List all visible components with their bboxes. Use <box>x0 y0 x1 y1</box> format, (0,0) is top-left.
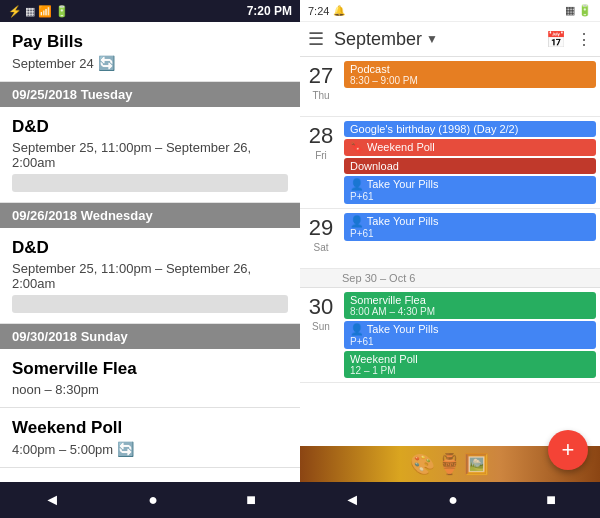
toolbar-title[interactable]: September ▼ <box>334 29 546 50</box>
event-pay-bills[interactable]: Pay Bills September 24 🔄 <box>0 22 300 82</box>
dd2-placeholder <box>12 295 288 313</box>
day-number-col-28: 28 Fri <box>300 117 342 208</box>
day-30-name: Sun <box>312 321 330 332</box>
dd2-time: September 25, 11:00pm – September 26, 2:… <box>12 261 288 291</box>
event-somerville-flea-30[interactable]: Somerville Flea 8:00 AM – 4:30 PM <box>344 292 596 319</box>
date-header-sep30: 09/30/2018 Sunday <box>0 324 300 349</box>
event-weekend-poll[interactable]: Weekend Poll 4:00pm – 5:00pm 🔄 <box>0 408 300 468</box>
weekend-poll-30-label: Weekend Poll <box>350 353 590 365</box>
dd1-placeholder <box>12 174 288 192</box>
day-27-name: Thu <box>312 90 329 101</box>
week-separator: Sep 30 – Oct 6 <box>300 269 600 288</box>
recent-button[interactable]: ■ <box>246 491 256 509</box>
dd1-time: September 25, 11:00pm – September 26, 2:… <box>12 140 288 170</box>
event-take-pills-29[interactable]: 👤 Take Your Pills P+61 <box>344 213 596 241</box>
download-label: Download <box>350 160 590 172</box>
more-options-icon[interactable]: ⋮ <box>576 30 592 49</box>
fab-add-button[interactable]: + <box>548 430 588 470</box>
day-row-27: 27 Thu Podcast 8:30 – 9:00 PM <box>300 57 600 117</box>
back-button[interactable]: ◄ <box>44 491 60 509</box>
right-status-right: ▦ 🔋 <box>565 4 592 17</box>
event-dd-2[interactable]: D&D September 25, 11:00pm – September 26… <box>0 228 300 324</box>
sync-icon: 🔄 <box>98 55 115 71</box>
day-28-name: Fri <box>315 150 327 161</box>
take-pills-28-label: 👤 Take Your Pills <box>350 178 590 191</box>
flea-30-time: 8:00 AM – 4:30 PM <box>350 306 590 317</box>
take-pills-29-sub: P+61 <box>350 228 590 239</box>
right-wifi-icon: ▦ <box>565 4 575 17</box>
take-pills-28-sub: P+61 <box>350 191 590 202</box>
calendar-toolbar: ☰ September ▼ 📅 ⋮ <box>300 22 600 57</box>
left-status-bar: ⚡ ▦ 📶 🔋 7:20 PM <box>0 0 300 22</box>
day-number-col-27: 27 Thu <box>300 57 342 116</box>
right-nav-bar: ◄ ● ■ <box>300 482 600 518</box>
battery-icon: 🔋 <box>55 5 69 18</box>
day-29-number: 29 <box>309 215 333 241</box>
day-27-number: 27 <box>309 63 333 89</box>
event-google-birthday[interactable]: Google's birthday (1998) (Day 2/2) <box>344 121 596 137</box>
day-29-name: Sat <box>313 242 328 253</box>
day-row-28: 28 Fri Google's birthday (1998) (Day 2/2… <box>300 117 600 209</box>
calendar-view-icon[interactable]: 📅 <box>546 30 566 49</box>
event-download[interactable]: Download <box>344 158 596 174</box>
pay-bills-title: Pay Bills <box>12 32 288 52</box>
event-take-pills-28[interactable]: 👤 Take Your Pills P+61 <box>344 176 596 204</box>
date-header-sep26: 09/26/2018 Wednesday <box>0 203 300 228</box>
take-pills-29-label: 👤 Take Your Pills <box>350 215 590 228</box>
event-weekend-poll-28[interactable]: 🔖 Weekend Poll <box>344 139 596 156</box>
dropdown-icon[interactable]: ▼ <box>426 32 438 46</box>
right-home-button[interactable]: ● <box>448 491 458 509</box>
left-clock: 7:20 PM <box>247 4 292 18</box>
right-time: 7:24 <box>308 5 329 17</box>
menu-icon[interactable]: ☰ <box>308 28 324 50</box>
event-take-pills-30[interactable]: 👤 Take Your Pills P+61 <box>344 321 596 349</box>
day-row-30: 30 Sun Somerville Flea 8:00 AM – 4:30 PM… <box>300 288 600 383</box>
left-calendar-list[interactable]: Pay Bills September 24 🔄 09/25/2018 Tues… <box>0 22 300 482</box>
day-28-events[interactable]: Google's birthday (1998) (Day 2/2) 🔖 Wee… <box>342 117 600 208</box>
left-nav-bar: ◄ ● ■ <box>0 482 300 518</box>
left-status-icons: ⚡ ▦ 📶 🔋 <box>8 5 69 18</box>
weekend-poll-30-time: 12 – 1 PM <box>350 365 590 376</box>
right-status-left: 7:24 🔔 <box>308 5 345 17</box>
flea-time: noon – 8:30pm <box>12 382 288 397</box>
flea-30-label: Somerville Flea <box>350 294 590 306</box>
week-view: 27 Thu Podcast 8:30 – 9:00 PM 28 Fri <box>300 57 600 446</box>
right-panel: 7:24 🔔 ▦ 🔋 ☰ September ▼ 📅 ⋮ <box>300 0 600 518</box>
wifi-icon: 📶 <box>38 5 52 18</box>
signal-icon: ▦ <box>25 5 35 18</box>
flea-title: Somerville Flea <box>12 359 288 379</box>
day-number-col-30: 30 Sun <box>300 288 342 382</box>
dd2-title: D&D <box>12 238 288 258</box>
day-number-col-29: 29 Sat <box>300 209 342 268</box>
podcast-label: Podcast <box>350 63 590 75</box>
pay-bills-time: September 24 🔄 <box>12 55 288 71</box>
poll-title: Weekend Poll <box>12 418 288 438</box>
day-row-29: 29 Sat 👤 Take Your Pills P+61 <box>300 209 600 269</box>
take-pills-30-sub: P+61 <box>350 336 590 347</box>
left-panel: ⚡ ▦ 📶 🔋 7:20 PM Pay Bills September 24 🔄… <box>0 0 300 518</box>
weekend-poll-28-label: 🔖 Weekend Poll <box>350 141 590 154</box>
ad-content: 🎨🏺🖼️ <box>410 452 491 476</box>
right-recent-button[interactable]: ■ <box>546 491 556 509</box>
right-back-button[interactable]: ◄ <box>344 491 360 509</box>
usb-icon: ⚡ <box>8 5 22 18</box>
event-dd-1[interactable]: D&D September 25, 11:00pm – September 26… <box>0 107 300 203</box>
home-button[interactable]: ● <box>148 491 158 509</box>
day-29-events[interactable]: 👤 Take Your Pills P+61 <box>342 209 600 268</box>
alarm-icon: 🔔 <box>333 5 345 16</box>
event-weekend-poll-30[interactable]: Weekend Poll 12 – 1 PM <box>344 351 596 378</box>
right-status-bar: 7:24 🔔 ▦ 🔋 <box>300 0 600 22</box>
day-27-events[interactable]: Podcast 8:30 – 9:00 PM <box>342 57 600 116</box>
dd1-title: D&D <box>12 117 288 137</box>
date-header-sep25: 09/25/2018 Tuesday <box>0 82 300 107</box>
calendar-content: 27 Thu Podcast 8:30 – 9:00 PM 28 Fri <box>300 57 600 482</box>
toolbar-actions: 📅 ⋮ <box>546 30 592 49</box>
poll-sync-icon: 🔄 <box>117 441 134 457</box>
day-30-events[interactable]: Somerville Flea 8:00 AM – 4:30 PM 👤 Take… <box>342 288 600 382</box>
right-battery-icon: 🔋 <box>578 4 592 17</box>
event-somerville-flea[interactable]: Somerville Flea noon – 8:30pm <box>0 349 300 408</box>
take-pills-30-label: 👤 Take Your Pills <box>350 323 590 336</box>
poll-time: 4:00pm – 5:00pm 🔄 <box>12 441 288 457</box>
day-30-number: 30 <box>309 294 333 320</box>
event-podcast[interactable]: Podcast 8:30 – 9:00 PM <box>344 61 596 88</box>
